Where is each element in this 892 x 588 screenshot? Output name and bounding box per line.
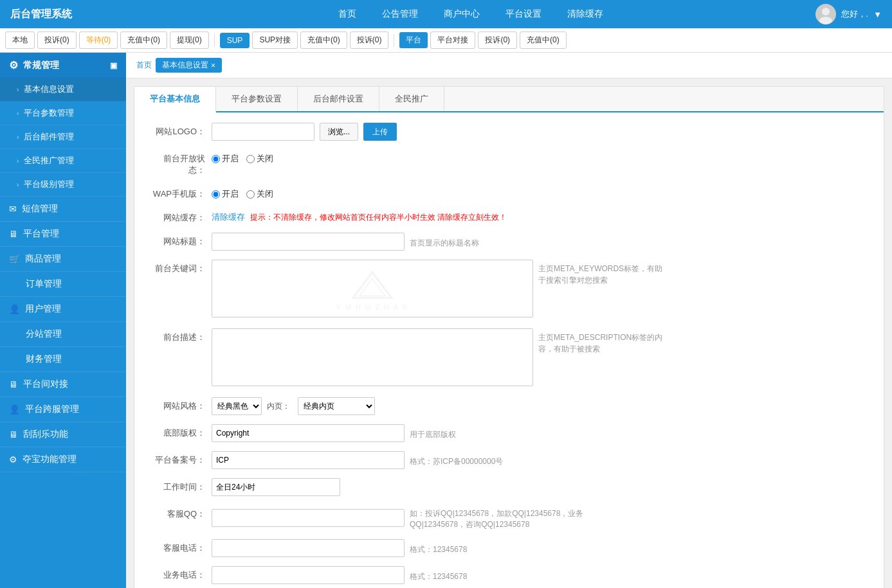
sidebar-item-email[interactable]: › 后台邮件管理 bbox=[0, 125, 126, 149]
nav-platform-settings[interactable]: 平台设置 bbox=[505, 8, 542, 20]
nav-recharge[interactable]: 充值中(0) bbox=[120, 31, 167, 49]
qq-row: 客服QQ： 如：投诉QQ|12345678，加款QQ|12345678，业务QQ… bbox=[147, 505, 871, 530]
sidebar-section-platform[interactable]: 🖥 平台管理 bbox=[0, 222, 126, 247]
nav-platform-recharge[interactable]: 充值中(0) bbox=[520, 31, 567, 49]
cache-warning: 提示：不清除缓存，修改网站首页任何内容半小时生效 清除缓存立刻生效！ bbox=[250, 212, 507, 223]
sidebar-section-branch[interactable]: 分站管理 bbox=[0, 322, 126, 347]
qq-controls: 如：投诉QQ|12345678，加款QQ|12345678，业务QQ|12345… bbox=[212, 505, 871, 530]
nav-complain-0[interactable]: 投诉(0) bbox=[37, 31, 77, 49]
second-nav: 本地 投诉(0) 等待(0) 充值中(0) 提现(0) SUP SUP对接 充值… bbox=[0, 28, 892, 53]
sidebar-section-treasure[interactable]: ⚙ 夺宝功能管理 bbox=[0, 447, 126, 472]
main-content: 首页 基本信息设置 × 平台基本信息 平台参数设置 后台邮件设置 全民推广 网站… bbox=[126, 53, 892, 588]
sidebar-header: ⚙ 常规管理 ▣ bbox=[0, 53, 126, 78]
style-select[interactable]: 经典黑色 清新白色 简约蓝色 bbox=[212, 397, 262, 415]
nav-home[interactable]: 首页 bbox=[338, 8, 356, 20]
logo-controls: 浏览... 上传 bbox=[212, 123, 871, 141]
nav-merchant[interactable]: 商户中心 bbox=[444, 8, 480, 20]
radio-close-input[interactable] bbox=[246, 155, 255, 163]
worktime-input[interactable] bbox=[212, 478, 340, 496]
keywords-textarea[interactable] bbox=[212, 260, 533, 317]
logo-input[interactable] bbox=[212, 123, 314, 141]
sidebar-collapse-icon[interactable]: ▣ bbox=[110, 61, 117, 70]
sidebar-item-level[interactable]: › 平台级别管理 bbox=[0, 173, 126, 197]
nav-platform-connect[interactable]: 平台对接 bbox=[430, 31, 475, 49]
radio-close[interactable]: 关闭 bbox=[246, 153, 273, 165]
upload-button[interactable]: 上传 bbox=[363, 123, 397, 141]
nav-sup-complain[interactable]: 投诉(0) bbox=[350, 31, 389, 49]
business-phone-controls: 格式：12345678 bbox=[212, 566, 871, 584]
sidebar-item-basic-info[interactable]: › 基本信息设置 bbox=[0, 78, 126, 102]
breadcrumb-close[interactable]: × bbox=[211, 61, 215, 70]
nav-platform-complain[interactable]: 投诉(0) bbox=[478, 31, 517, 49]
sidebar-section-scratch[interactable]: 🖥 刮刮乐功能 bbox=[0, 422, 126, 447]
worktime-row: 工作时间： bbox=[147, 478, 871, 496]
wap-radio-close[interactable]: 关闭 bbox=[246, 188, 273, 200]
app-title: 后台管理系统 bbox=[10, 8, 100, 21]
nav-platform[interactable]: 平台 bbox=[399, 32, 428, 48]
wap-radio-open-input[interactable] bbox=[212, 190, 220, 199]
wap-radio: 开启 关闭 bbox=[212, 185, 273, 200]
phone-input[interactable] bbox=[212, 539, 405, 557]
sidebar-section-finance[interactable]: 财务管理 bbox=[0, 347, 126, 372]
tab-params[interactable]: 平台参数设置 bbox=[216, 87, 298, 111]
tab-promote[interactable]: 全民推广 bbox=[379, 87, 444, 111]
nav-sup-recharge[interactable]: 充值中(0) bbox=[300, 31, 347, 49]
sidebar-section-user[interactable]: 👤 用户管理 bbox=[0, 297, 126, 322]
frontend-status-radio: 开启 关闭 bbox=[212, 150, 273, 165]
keywords-controls: Y M H U Z H A N 主页META_KEYWORDS标签，有助于搜索引… bbox=[212, 260, 871, 319]
wap-label: WAP手机版： bbox=[147, 185, 212, 200]
description-controls: 主页META_DESCRIPTION标签的内容，有助于被搜索 bbox=[212, 328, 871, 388]
nav-sup[interactable]: SUP bbox=[220, 33, 250, 48]
radio-open[interactable]: 开启 bbox=[212, 153, 239, 165]
copyright-label: 底部版权： bbox=[147, 424, 212, 439]
copyright-controls: 用于底部版权 bbox=[212, 424, 871, 442]
sidebar-section-sms[interactable]: ✉ 短信管理 bbox=[0, 197, 126, 222]
keywords-row: 前台关键词： Y M H U Z H A N bbox=[147, 260, 871, 319]
qq-input[interactable] bbox=[212, 509, 405, 527]
business-phone-input[interactable] bbox=[212, 566, 405, 584]
dropdown-icon[interactable]: ▼ bbox=[873, 10, 882, 19]
sidebar-section-goods[interactable]: 🛒 商品管理 bbox=[0, 247, 126, 272]
arrow-icon: › bbox=[17, 110, 19, 117]
nav-waiting[interactable]: 等待(0) bbox=[79, 31, 118, 49]
main-layout: ⚙ 常规管理 ▣ › 基本信息设置 › 平台参数管理 › 后台邮件管理 › 全民… bbox=[0, 53, 892, 588]
nav-local[interactable]: 本地 bbox=[5, 31, 35, 49]
icp-input[interactable] bbox=[212, 451, 405, 469]
worktime-controls bbox=[212, 478, 871, 496]
nav-sup-connect[interactable]: SUP对接 bbox=[252, 31, 298, 49]
radio-open-input[interactable] bbox=[212, 155, 220, 163]
breadcrumb-home[interactable]: 首页 bbox=[136, 60, 152, 71]
copyright-hint: 用于底部版权 bbox=[410, 426, 456, 440]
nav-announcement[interactable]: 公告管理 bbox=[382, 8, 418, 20]
description-hint: 主页META_DESCRIPTION标签的内容，有助于被搜索 bbox=[538, 328, 667, 355]
tab-basic-info[interactable]: 平台基本信息 bbox=[134, 87, 216, 112]
phone-row: 客服电话： 格式：12345678 bbox=[147, 539, 871, 557]
nav-clear-cache[interactable]: 清除缓存 bbox=[567, 8, 603, 20]
clear-cache-link[interactable]: 清除缓存 bbox=[212, 211, 245, 223]
copyright-input[interactable] bbox=[212, 424, 405, 442]
qq-hint: 如：投诉QQ|12345678，加款QQ|12345678，业务QQ|12345… bbox=[410, 505, 590, 530]
svg-point-1 bbox=[819, 17, 832, 24]
wap-radio-close-input[interactable] bbox=[246, 190, 255, 199]
description-textarea[interactable] bbox=[212, 328, 533, 386]
description-label: 前台描述： bbox=[147, 328, 212, 343]
sidebar-section-title: 常规管理 bbox=[23, 60, 59, 71]
style-label: 网站风格： bbox=[147, 397, 212, 412]
sidebar-section-connect[interactable]: 🖥 平台间对接 bbox=[0, 372, 126, 397]
browse-button[interactable]: 浏览... bbox=[320, 123, 358, 141]
inner-select[interactable]: 经典内页 简约内页 bbox=[298, 397, 375, 415]
connect-icon: 🖥 bbox=[9, 379, 18, 389]
wap-radio-open[interactable]: 开启 bbox=[212, 188, 239, 200]
sidebar-section-order[interactable]: 订单管理 bbox=[0, 272, 126, 297]
tab-email[interactable]: 后台邮件设置 bbox=[298, 87, 379, 111]
keywords-label: 前台关键词： bbox=[147, 260, 212, 274]
sidebar-item-promote[interactable]: › 全民推广管理 bbox=[0, 149, 126, 173]
arrow-icon: › bbox=[17, 86, 19, 93]
sidebar-item-platform-params[interactable]: › 平台参数管理 bbox=[0, 102, 126, 125]
sidebar-section-crossserver[interactable]: 👤 平台跨服管理 bbox=[0, 397, 126, 422]
avatar bbox=[815, 4, 836, 24]
nav-withdraw[interactable]: 提现(0) bbox=[170, 31, 209, 49]
title-input[interactable] bbox=[212, 233, 405, 251]
frontend-status-label: 前台开放状态： bbox=[147, 150, 212, 176]
top-nav: 后台管理系统 首页 公告管理 商户中心 平台设置 清除缓存 您好，. ▼ bbox=[0, 0, 892, 28]
